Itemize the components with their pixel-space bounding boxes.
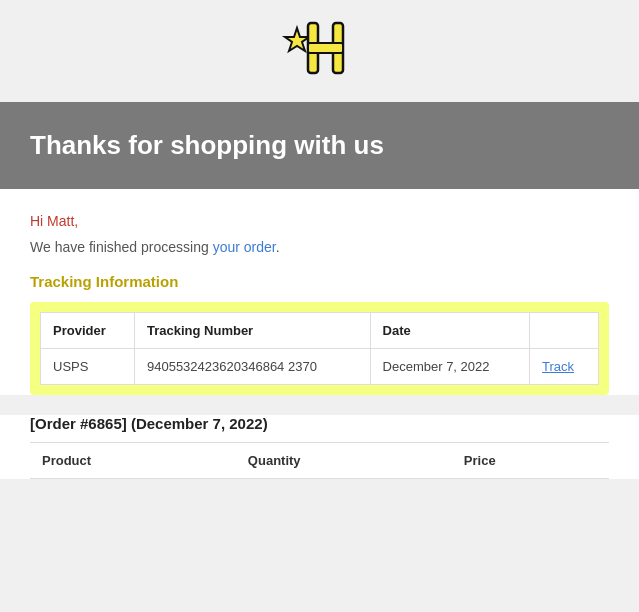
- col-provider: Provider: [41, 313, 135, 349]
- tracking-table: Provider Tracking Number Date USPS 94055…: [40, 312, 599, 385]
- cell-provider: USPS: [41, 349, 135, 385]
- logo-area: [0, 0, 639, 102]
- greeting-text: Hi Matt,: [30, 213, 609, 229]
- wish-logo-icon: [280, 18, 360, 88]
- col-quantity: Quantity: [236, 443, 452, 479]
- table-row: USPS 9405532423620346864 2370 December 7…: [41, 349, 599, 385]
- products-table: Product Quantity Price: [30, 442, 609, 479]
- cell-date: December 7, 2022: [370, 349, 529, 385]
- order-message-highlight: your order: [213, 239, 276, 255]
- col-tracking-number: Tracking Number: [134, 313, 370, 349]
- order-title: [Order #6865] (December 7, 2022): [30, 415, 609, 432]
- header-banner: Thanks for shopping with us: [0, 102, 639, 189]
- banner-title: Thanks for shopping with us: [30, 130, 609, 161]
- cell-track: Track: [530, 349, 599, 385]
- track-link[interactable]: Track: [542, 359, 574, 374]
- order-section: [Order #6865] (December 7, 2022) Product…: [0, 415, 639, 479]
- svg-marker-0: [285, 28, 309, 51]
- main-content: Hi Matt, We have finished processing you…: [0, 189, 639, 395]
- col-price: Price: [452, 443, 609, 479]
- order-message: We have finished processing your order.: [30, 239, 609, 255]
- tracking-heading: Tracking Information: [30, 273, 609, 290]
- products-header-row: Product Quantity Price: [30, 443, 609, 479]
- cell-tracking-number: 9405532423620346864 2370: [134, 349, 370, 385]
- col-product: Product: [30, 443, 236, 479]
- tracking-table-wrapper: Provider Tracking Number Date USPS 94055…: [30, 302, 609, 395]
- col-action: [530, 313, 599, 349]
- col-date: Date: [370, 313, 529, 349]
- svg-rect-3: [308, 43, 343, 53]
- table-header-row: Provider Tracking Number Date: [41, 313, 599, 349]
